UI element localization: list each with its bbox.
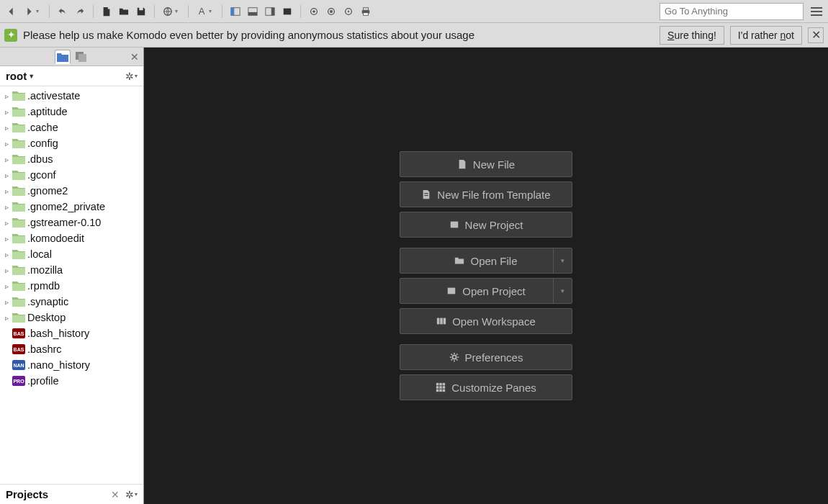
pane-focus-button[interactable]	[279, 3, 296, 20]
item-label: .gstreamer-0.10	[27, 217, 101, 228]
pane-right-button[interactable]	[261, 3, 279, 20]
nav-forward-button[interactable]	[20, 3, 37, 20]
folder-icon	[12, 217, 25, 228]
svg-rect-36	[439, 390, 442, 392]
item-label: .komodoedit	[27, 233, 84, 244]
decline-button[interactable]: I'd rather not	[730, 26, 802, 45]
pane-bottom-button[interactable]	[244, 3, 261, 20]
file-tree: ▹.activestate▹.aptitude▹.cache▹.config▹.…	[0, 86, 143, 484]
new-file-button[interactable]	[98, 3, 115, 20]
tree-folder[interactable]: ▹.mozilla	[0, 262, 143, 278]
disclosure-triangle-icon[interactable]: ▹	[3, 251, 10, 258]
tree-folder[interactable]: ▹.local	[0, 246, 143, 262]
disclosure-triangle-icon[interactable]: ▹	[3, 156, 10, 163]
projects-options-button[interactable]: ✲▾	[125, 489, 138, 500]
disclosure-triangle-icon[interactable]: ▹	[3, 203, 10, 211]
record-macro-button[interactable]	[305, 3, 323, 20]
play-macro-button[interactable]	[340, 3, 357, 20]
folder-icon	[12, 202, 25, 212]
tree-folder[interactable]: ▹Desktop	[0, 310, 143, 325]
pane-left-button[interactable]	[227, 3, 244, 20]
disclosure-triangle-icon[interactable]: ▹	[3, 92, 10, 100]
disclosure-triangle-icon[interactable]: ▹	[3, 266, 10, 274]
tree-folder[interactable]: ▹.aptitude	[0, 104, 143, 120]
tree-folder[interactable]: ▹.synaptic	[0, 294, 143, 310]
disclosure-triangle-icon[interactable]: ▹	[3, 140, 10, 148]
tree-folder[interactable]: ▹.komodoedit	[0, 230, 143, 246]
tree-folder[interactable]: ▹.gstreamer-0.10	[0, 215, 143, 230]
tree-file[interactable]: BAS.bash_history	[0, 325, 143, 341]
sidebar-options-button[interactable]: ✲▾	[125, 71, 138, 82]
tree-folder[interactable]: ▹.dbus	[0, 151, 143, 167]
disclosure-triangle-icon[interactable]: ▹	[3, 219, 10, 227]
open-project-label: Open Project	[462, 285, 526, 297]
disclosure-triangle-icon[interactable]: ▹	[3, 108, 10, 116]
item-label: .rpmdb	[27, 280, 60, 292]
font-button[interactable]: A	[193, 3, 210, 20]
hamburger-menu-button[interactable]	[808, 3, 825, 20]
undo-button[interactable]	[54, 3, 71, 20]
svg-rect-16	[811, 7, 822, 9]
disclosure-triangle-icon[interactable]: ▹	[3, 124, 10, 132]
font-dropdown[interactable]: ▾	[209, 8, 215, 14]
projects-label[interactable]: Projects	[6, 488, 48, 500]
svg-rect-25	[437, 318, 440, 325]
disclosure-triangle-icon[interactable]: ▹	[3, 235, 10, 243]
item-label: .activestate	[27, 90, 80, 102]
svg-rect-33	[439, 386, 442, 389]
open-files-tab[interactable]	[73, 50, 89, 64]
disclosure-triangle-icon[interactable]: ▹	[3, 314, 10, 322]
open-file-button[interactable]	[115, 3, 132, 20]
redo-button[interactable]	[71, 3, 89, 20]
disclosure-triangle-icon[interactable]: ▹	[3, 282, 10, 290]
open-file-button[interactable]: Open File▾	[400, 248, 572, 274]
save-button[interactable]	[132, 3, 150, 20]
nav-history-dropdown[interactable]: ▾	[36, 8, 42, 14]
print-button[interactable]	[357, 3, 374, 20]
tree-file[interactable]: BAS.bashrc	[0, 341, 143, 357]
root-folder-dropdown[interactable]: ▼	[28, 73, 35, 80]
new-project-button[interactable]: New Project	[400, 212, 572, 238]
item-label: .mozilla	[27, 264, 63, 276]
disclosure-triangle-icon[interactable]: ▹	[3, 298, 10, 306]
svg-rect-34	[443, 386, 446, 389]
stop-macro-button[interactable]	[323, 3, 340, 20]
tree-folder[interactable]: ▹.gconf	[0, 167, 143, 183]
goto-anything-input[interactable]	[660, 3, 804, 20]
open-workspace-button[interactable]: Open Workspace	[400, 308, 572, 334]
item-label: .aptitude	[27, 106, 68, 117]
open-file-dropdown[interactable]: ▾	[553, 248, 564, 273]
tree-folder[interactable]: ▹.gnome2_private	[0, 199, 143, 215]
tree-folder[interactable]: ▹.rpmdb	[0, 278, 143, 294]
item-label: .nano_history	[27, 359, 90, 371]
customize-panes-button[interactable]: Customize Panes	[400, 374, 572, 400]
open-project-button[interactable]: Open Project▾	[400, 278, 572, 304]
projects-close-button[interactable]: ✕	[111, 489, 120, 500]
new-file-button[interactable]: New File	[400, 151, 572, 177]
item-label: .dbus	[27, 153, 53, 165]
tree-folder[interactable]: ▹.cache	[0, 120, 143, 135]
tree-folder[interactable]: ▹.gnome2	[0, 183, 143, 199]
disclosure-triangle-icon[interactable]: ▹	[3, 187, 10, 195]
root-folder-label[interactable]: root	[6, 70, 27, 82]
open-project-dropdown[interactable]: ▾	[553, 279, 564, 303]
browser-preview-button[interactable]	[159, 3, 176, 20]
browser-preview-dropdown[interactable]: ▾	[175, 8, 181, 14]
accept-button[interactable]: Sure thing!	[660, 26, 724, 45]
close-notification-button[interactable]: ✕	[808, 27, 824, 43]
new-file-template-button[interactable]: New File from Template	[400, 181, 572, 207]
folder-icon	[12, 170, 25, 180]
nav-back-button[interactable]	[3, 3, 20, 20]
item-label: .local	[27, 248, 52, 260]
disclosure-triangle-icon[interactable]: ▹	[3, 171, 10, 179]
sidebar-close-button[interactable]: ✕	[130, 51, 139, 63]
tree-folder[interactable]: ▹.config	[0, 135, 143, 151]
tree-file[interactable]: PRO.profile	[0, 373, 143, 389]
tree-folder[interactable]: ▹.activestate	[0, 88, 143, 104]
preferences-label: Preferences	[465, 351, 523, 364]
places-tab[interactable]	[55, 50, 71, 64]
svg-rect-17	[811, 11, 822, 12]
preferences-button[interactable]: Preferences	[400, 344, 572, 370]
folder-icon	[12, 91, 25, 101]
tree-file[interactable]: NAN.nano_history	[0, 357, 143, 373]
